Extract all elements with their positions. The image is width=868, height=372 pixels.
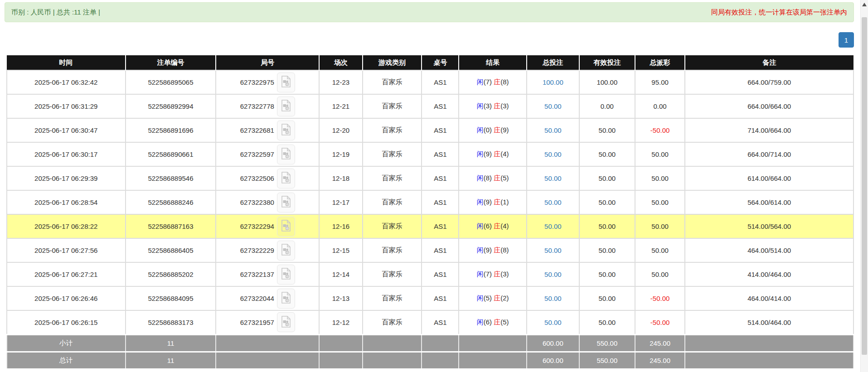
table-row: 2025-06-17 06:31:29 522586892994 6273227… [7,94,853,118]
valid-bet-notice-text: 同局有效投注，统一计算在该局第一张注单内 [711,8,847,17]
table-body: 2025-06-17 06:32:42 522586895065 6273229… [7,70,853,334]
banker-result-label: 庄 [494,270,500,278]
cell-game-type: 百家乐 [363,238,422,262]
banker-result-score: (4) [500,150,509,158]
scrollbar-thumb[interactable] [862,17,867,355]
cell-payout: -50.00 [635,118,685,142]
table-row: 2025-06-17 06:28:22 522586887163 6273222… [7,214,853,238]
video-replay-button[interactable] [277,312,295,332]
column-header: 总派彩 [635,55,685,70]
cell-valid-bet: 50.00 [579,118,635,142]
cell-valid-bet: 50.00 [579,190,635,214]
cell-remark: 514.00/464.00 [685,310,853,334]
total-bet-link[interactable]: 50.00 [544,295,562,302]
banker-result-label: 庄 [494,150,500,158]
round-id-text: 627322975 [240,78,274,86]
video-replay-button[interactable] [277,241,295,261]
cell-remark: 664.00/664.00 [685,94,853,118]
table-row: 2025-06-17 06:26:15 522586883173 6273219… [7,310,853,334]
video-replay-icon [281,244,291,257]
cell-total-bet: 50.00 [527,166,579,190]
page-1-button[interactable]: 1 [839,32,854,48]
total-bet-link[interactable]: 100.00 [543,78,563,86]
cell-valid-bet: 50.00 [579,142,635,166]
cell-result: 闲(5) 庄(2) [459,286,526,310]
cell-remark: 664.00/714.00 [685,142,853,166]
table-row: 2025-06-17 06:30:47 522586891696 6273226… [7,118,853,142]
cell-total-bet: 50.00 [527,94,579,118]
cell-remark: 464.00/414.00 [685,286,853,310]
up-arrow-icon[interactable] [862,3,867,6]
video-replay-button[interactable] [277,265,295,285]
player-result-score: (7) [484,270,492,278]
total-bet-link[interactable]: 50.00 [544,198,562,206]
cell-session: 12-12 [319,310,362,334]
cell-table-no: AS1 [422,70,459,94]
column-header: 桌号 [422,55,459,70]
total-row: 总计 11 600.00 550.00 245.00 [7,352,853,369]
cell-result: 闲(6) 庄(4) [459,214,526,238]
video-replay-icon [281,172,291,185]
player-result-label: 闲 [477,102,484,110]
video-replay-button[interactable] [277,72,295,92]
cell-session: 12-13 [319,286,362,310]
cell-valid-bet: 50.00 [579,262,635,286]
total-bet-link[interactable]: 50.00 [544,174,562,182]
subtotal-total-bet: 600.00 [527,334,579,352]
pagination: 1 [839,32,854,48]
round-id-text: 627322294 [240,222,274,230]
cell-time: 2025-06-17 06:26:46 [7,286,126,310]
total-bet-link[interactable]: 50.00 [544,246,562,254]
video-replay-icon [281,316,291,329]
total-bet-link[interactable]: 50.00 [544,319,562,326]
cell-round-id: 627322380 [216,190,319,214]
cell-valid-bet: 0.00 [579,94,635,118]
table-row: 2025-06-17 06:30:17 522586890661 6273225… [7,142,853,166]
cell-payout: 50.00 [635,166,685,190]
video-replay-button[interactable] [277,169,295,188]
cell-result: 闲(9) 庄(1) [459,190,526,214]
cell-game-type: 百家乐 [363,118,422,142]
subtotal-row: 小计 11 600.00 550.00 245.00 [7,334,853,352]
cell-game-type: 百家乐 [363,214,422,238]
banker-result-score: (5) [500,318,509,326]
total-bet-link[interactable]: 50.00 [544,102,562,110]
table-row: 2025-06-17 06:28:54 522586888246 6273223… [7,190,853,214]
total-bet-link[interactable]: 50.00 [544,150,562,158]
player-result-score: (9) [484,246,492,254]
player-result-label: 闲 [477,150,484,158]
cell-table-no: AS1 [422,310,459,334]
cell-game-type: 百家乐 [363,94,422,118]
cell-game-type: 百家乐 [363,262,422,286]
cell-bet-id: 522586892994 [126,94,216,118]
video-replay-button[interactable] [277,289,295,309]
cell-round-id: 627321957 [216,310,319,334]
banker-result-label: 庄 [494,78,500,86]
cell-game-type: 百家乐 [363,190,422,214]
table-row: 2025-06-17 06:26:46 522586884095 6273220… [7,286,853,310]
cell-round-id: 627322778 [216,94,319,118]
cell-remark: 514.00/564.00 [685,214,853,238]
cell-bet-id: 522586889546 [126,166,216,190]
total-label: 总计 [7,352,126,369]
round-id-text: 627322778 [240,102,274,110]
cell-table-no: AS1 [422,142,459,166]
video-replay-button[interactable] [277,121,295,140]
video-replay-button[interactable] [277,193,295,213]
player-result-score: (3) [484,102,492,110]
cell-table-no: AS1 [422,166,459,190]
video-replay-button[interactable] [277,97,295,116]
vertical-scrollbar[interactable] [860,0,868,372]
total-bet-link[interactable]: 50.00 [544,222,562,230]
cell-round-id: 627322229 [216,238,319,262]
total-bet-link[interactable]: 50.00 [544,271,562,278]
player-result-label: 闲 [477,270,484,278]
video-replay-icon [281,220,291,233]
total-bet-link[interactable]: 50.00 [544,126,562,134]
cell-payout: -50.00 [635,286,685,310]
column-header: 备注 [685,55,853,70]
video-replay-button[interactable] [277,145,295,164]
video-replay-button[interactable] [277,217,295,237]
cell-round-id: 627322975 [216,70,319,94]
cell-result: 闲(8) 庄(5) [459,166,526,190]
